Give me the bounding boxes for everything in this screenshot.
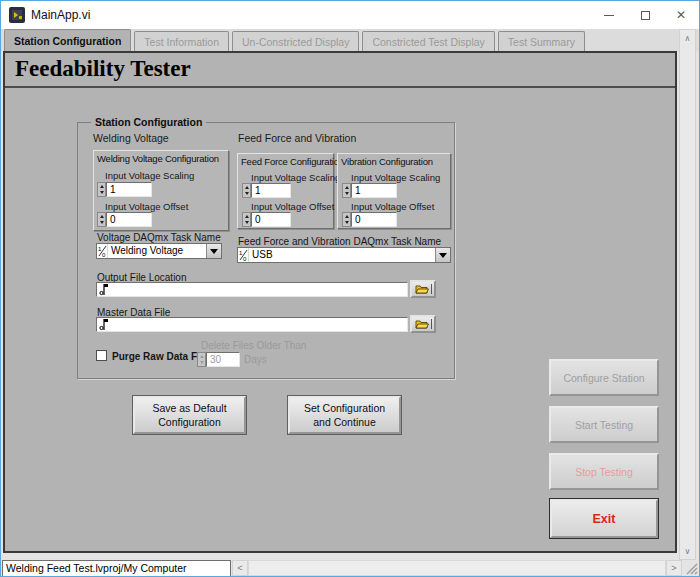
page-title: Feedability Tester [15, 56, 191, 82]
welding-offset-input[interactable] [106, 212, 152, 227]
path-glyph-icon [99, 318, 109, 331]
welding-offset-control [97, 212, 152, 227]
voltage-daqmx-task-label: Voltage DAQmx Task Name [97, 232, 221, 243]
delete-files-older-label: Delete Files Older Than [201, 340, 306, 351]
spinner-buttons[interactable] [342, 212, 351, 227]
button-label-line2: Configuration [158, 415, 220, 429]
spinner-buttons[interactable] [97, 212, 106, 227]
configure-station-button[interactable]: Configure Station [549, 359, 659, 396]
vibration-offset-input[interactable] [351, 212, 397, 227]
scroll-left-button[interactable]: < [232, 560, 248, 576]
input-voltage-offset-label: Input Voltage Offset [251, 201, 334, 212]
tab-test-information[interactable]: Test Information [134, 31, 229, 51]
station-configuration-group: Station Configuration Welding Voltage We… [77, 122, 455, 379]
spinner-buttons[interactable] [242, 212, 251, 227]
status-bar: Welding Feed Test.lvproj/My Computer < > [1, 560, 699, 577]
button-label-line2: and Continue [313, 415, 375, 429]
vibration-offset-control [342, 212, 397, 227]
close-button[interactable]: ✕ [663, 1, 699, 29]
feed-force-vibration-label: Feed Force and Vibration [238, 132, 356, 144]
button-label-line1: Save as Default [152, 401, 226, 415]
close-icon: ✕ [676, 9, 686, 21]
output-file-browse-button[interactable] [410, 280, 436, 298]
start-testing-button[interactable]: Start Testing [549, 406, 659, 443]
execution-target-selector[interactable]: Welding Feed Test.lvproj/My Computer [2, 560, 231, 577]
save-default-configuration-button[interactable]: Save as Default Configuration [133, 396, 246, 434]
front-panel: Feedability Tester Station Configuration… [3, 51, 677, 553]
spinner-down-icon [243, 220, 250, 227]
welding-scaling-control [97, 182, 152, 197]
purge-raw-data-checkbox[interactable] [96, 350, 107, 361]
delete-days-control [197, 352, 240, 367]
welding-scaling-input[interactable] [106, 182, 152, 197]
cluster-title: Welding Voltage Configuration [97, 153, 219, 164]
vibration-configuration-cluster: Vibration Configuration Input Voltage Sc… [337, 153, 451, 229]
scroll-right-button[interactable]: > [666, 560, 682, 576]
maximize-icon [641, 11, 650, 20]
resize-grip-icon[interactable] [685, 562, 698, 575]
cluster-title: Vibration Configuration [341, 156, 433, 167]
spinner-buttons[interactable] [97, 182, 106, 197]
set-configuration-continue-button[interactable]: Set Configuration and Continue [288, 396, 401, 434]
tab-unconstricted-display[interactable]: Un-Constricted Display [232, 31, 359, 51]
titlebar: MainApp.vi ✕ [1, 1, 699, 29]
voltage-task-value: Welding Voltage [108, 244, 206, 258]
spinner-buttons[interactable] [197, 352, 206, 367]
tab-strip: Station Configuration Test Information U… [1, 29, 699, 51]
exit-button[interactable]: Exit [550, 499, 658, 538]
delete-days-input[interactable] [206, 352, 240, 367]
scroll-up-icon: ∧ [685, 34, 691, 43]
scroll-right-icon: > [671, 563, 676, 573]
window-title: MainApp.vi [31, 8, 90, 22]
vibration-scaling-input[interactable] [351, 183, 397, 198]
maximize-button[interactable] [627, 1, 663, 29]
spinner-down-icon [198, 360, 205, 367]
spinner-buttons[interactable] [242, 183, 251, 198]
input-voltage-scaling-label: Input Voltage Scaling [251, 172, 340, 183]
scroll-down-icon: ∨ [685, 547, 691, 556]
tab-constricted-test-display[interactable]: Constricted Test Display [362, 31, 494, 51]
spinner-down-icon [343, 191, 350, 198]
minimize-icon [604, 15, 614, 16]
ffv-daqmx-task-label: Feed Force and Vibration DAQmx Task Name [238, 236, 441, 247]
feed-force-scaling-input[interactable] [251, 183, 291, 198]
input-voltage-scaling-label: Input Voltage Scaling [351, 172, 440, 183]
voltage-daqmx-task-combo[interactable]: 10 Welding Voltage [96, 243, 222, 259]
spinner-down-icon [98, 190, 105, 197]
master-data-file-input[interactable] [96, 317, 408, 332]
cluster-title: Feed Force Configuration [241, 156, 344, 167]
spinner-down-icon [243, 191, 250, 198]
horizontal-scrollbar-track[interactable] [248, 560, 666, 576]
dropdown-arrow-icon[interactable] [435, 248, 450, 262]
stop-testing-button[interactable]: Stop Testing [549, 453, 659, 490]
master-data-file-browse-button[interactable] [410, 315, 436, 333]
tab-test-summary[interactable]: Test Summary [498, 31, 585, 51]
input-voltage-scaling-label: Input Voltage Scaling [105, 170, 194, 181]
input-voltage-offset-label: Input Voltage Offset [105, 201, 188, 212]
scroll-down-button[interactable]: ∨ [680, 543, 695, 559]
io-glyph-icon: 10 [97, 244, 108, 258]
vertical-scrollbar[interactable]: ∧ ∨ [679, 29, 696, 560]
feed-force-offset-input[interactable] [251, 212, 291, 227]
tab-station-configuration[interactable]: Station Configuration [4, 29, 131, 51]
scroll-left-icon: < [237, 563, 242, 573]
browse-divider [431, 319, 432, 329]
svg-text:0: 0 [102, 252, 106, 257]
labview-vi-icon [9, 7, 25, 23]
welding-voltage-configuration-cluster: Welding Voltage Configuration Input Volt… [93, 150, 229, 231]
svg-text:0: 0 [243, 256, 247, 261]
feed-force-offset-control [242, 212, 291, 227]
window-controls: ✕ [591, 1, 699, 29]
minimize-button[interactable] [591, 1, 627, 29]
folder-browse-icon [415, 284, 429, 294]
spinner-buttons[interactable] [342, 183, 351, 198]
dropdown-arrow-icon[interactable] [206, 244, 221, 258]
ffv-daqmx-task-combo[interactable]: 10 USB [237, 247, 451, 263]
spinner-down-icon [98, 220, 105, 227]
output-file-location-input[interactable] [96, 282, 408, 297]
spinner-down-icon [343, 220, 350, 227]
input-voltage-offset-label: Input Voltage Offset [351, 201, 434, 212]
button-label-line1: Set Configuration [304, 401, 385, 415]
scroll-up-button[interactable]: ∧ [680, 30, 695, 46]
path-glyph-icon [99, 283, 109, 296]
